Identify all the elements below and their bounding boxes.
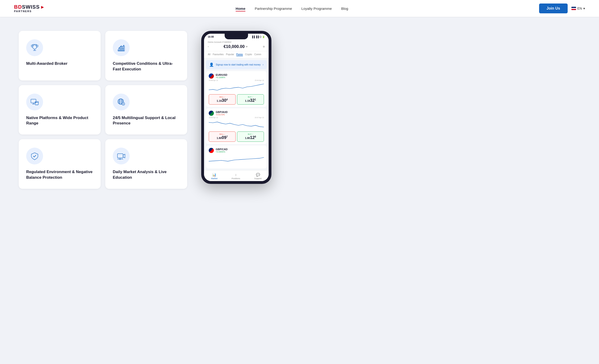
logo: BD SWISS ► PARTNERS (14, 4, 45, 13)
chevron-down-icon: ▾ (583, 7, 585, 10)
video-icon (117, 152, 125, 160)
card-multi-awarded: Multi-Awarded Broker (19, 31, 101, 80)
tab-crypto[interactable]: Crypto (245, 53, 252, 56)
svg-rect-11 (35, 102, 38, 105)
card-regulated: Regulated Environment & Negative Balance… (19, 139, 101, 189)
gbpcad-change: +0.0655% (216, 151, 228, 153)
flag-icon (571, 7, 576, 10)
account-label: Demo Account #7480502 (208, 41, 265, 43)
card-title-multi-awarded: Multi-Awarded Broker (26, 61, 93, 66)
eurusd-name: EUR/USD (216, 73, 228, 76)
nav-blog[interactable]: Blog (341, 7, 348, 10)
trophy-icon-circle (26, 39, 43, 56)
tab-forex[interactable]: Forex (236, 53, 243, 56)
bottom-nav-support[interactable]: 💬 Support (254, 173, 262, 180)
bottom-nav-market-label: Market (211, 177, 218, 180)
phone-mockup: 16:08 ▐▐ ▐▐ ⬡ 🔋 Demo Account #7480502 ≡ … (201, 31, 271, 184)
shield-icon (30, 152, 39, 160)
gbpaud-buy-label: BUY ↑ (239, 133, 262, 135)
shield-icon-circle (26, 147, 43, 165)
globe-icon-circle (113, 94, 130, 110)
gbpcad-chart (209, 155, 264, 164)
phone-banner: 👤 Signup now to start trading with real … (206, 60, 267, 69)
banner-text: Signup now to start trading with real mo… (216, 63, 261, 66)
tab-comm[interactable]: Comm (254, 53, 261, 56)
svg-rect-22 (117, 154, 123, 158)
header: BD SWISS ► PARTNERS Home Partnership Pro… (0, 0, 599, 17)
eurusd-date-to: 15:44 Apr 13 (255, 79, 264, 81)
gbpaud-buy-price: 1.80128 (239, 135, 262, 140)
card-title-competitive: Competitive Conditions & Ultra-Fast Exec… (113, 61, 180, 72)
gbpaud-buy-button[interactable]: BUY ↑ 1.80128 (237, 131, 264, 142)
globe-icon (117, 98, 125, 106)
nav-partnership[interactable]: Partnership Programme (255, 7, 292, 10)
eurusd-buy-price: 1.19321 (239, 98, 262, 103)
phone-notch (225, 34, 248, 39)
pair-eurusd: EUR/USD +0.1696% 10:08 Apr 12 15:44 Apr … (206, 71, 267, 107)
market-icon: 📊 (212, 173, 216, 177)
nav-home[interactable]: Home (236, 7, 246, 10)
svg-rect-5 (122, 48, 123, 51)
eurusd-date-from: 10:08 Apr 12 (209, 79, 218, 81)
gbpaud-name: GBP/AUD (216, 111, 228, 113)
phone-screen: 16:08 ▐▐ ▐▐ ⬡ 🔋 Demo Account #7480502 ≡ … (204, 34, 269, 181)
card-competitive: Competitive Conditions & Ultra-Fast Exec… (105, 31, 187, 80)
trophy-icon (30, 43, 39, 52)
bottom-nav-support-label: Support (254, 177, 262, 180)
language-selector[interactable]: EN ▾ (571, 7, 585, 10)
chart-icon (117, 43, 125, 52)
join-button[interactable]: Join Us (539, 3, 568, 13)
gbpaud-date-from: 10:05 Apr 12 (209, 117, 218, 118)
phone-section: 16:08 ▐▐ ▐▐ ⬡ 🔋 Demo Account #7480502 ≡ … (201, 31, 271, 184)
monitor-icon (30, 98, 39, 106)
logo-partners: PARTNERS (14, 10, 45, 13)
bottom-nav-positions[interactable]: ↕ Positions (232, 173, 240, 180)
gbpaud-sell-label: SELL ↓ (210, 133, 234, 135)
nav-loyalty[interactable]: Loyalty Programme (301, 7, 332, 10)
svg-rect-3 (119, 48, 120, 51)
logo-arrow-icon: ► (40, 5, 45, 9)
support-icon: 💬 (256, 173, 260, 177)
gbpcad-name: GBP/CAD (216, 148, 228, 151)
eurusd-buy-label: BUY ↑ (239, 96, 262, 98)
card-title-regulated: Regulated Environment & Negative Balance… (26, 169, 93, 180)
card-platforms: Native Platforms & Wide Product Range (19, 85, 101, 135)
gbpaud-date-to: 15:37 Apr 13 (255, 117, 264, 118)
bottom-nav-positions-label: Positions (232, 177, 240, 180)
bottom-nav-market[interactable]: 📊 Market (211, 173, 218, 180)
gbpaud-flag (209, 111, 214, 116)
positions-icon: ↕ (235, 173, 237, 177)
card-title-platforms: Native Platforms & Wide Product Range (26, 115, 93, 126)
phone-tabs: All Favourites Popular Forex Crypto Comm (204, 51, 269, 58)
monitor-icon-circle (26, 94, 43, 110)
eurusd-buy-button[interactable]: BUY ↑ 1.19321 (237, 94, 264, 104)
eurusd-sell-label: SELL ↓ (210, 96, 234, 98)
gbpaud-sell-button[interactable]: SELL ↓ 1.80097 (209, 131, 236, 142)
svg-point-23 (120, 159, 121, 160)
tab-favourites[interactable]: Favourites (213, 53, 224, 56)
gbpaud-change: -0.0172% (216, 113, 228, 116)
svg-rect-4 (121, 47, 122, 51)
main-content: Multi-Awarded Broker Competitive Conditi… (0, 17, 599, 364)
main-nav: Home Partnership Programme Loyalty Progr… (236, 7, 348, 10)
phone-bottom-nav: 📊 Market ↕ Positions 💬 Support (204, 170, 269, 181)
gbpcad-flag (209, 148, 214, 153)
eurusd-chart (209, 83, 264, 92)
video-icon-circle (113, 147, 130, 165)
card-title-education: Daily Market Analysis & Live Education (113, 169, 180, 180)
card-support: 24/5 Multilingual Support & Local Presen… (105, 85, 187, 135)
banner-arrow-icon: › (263, 63, 264, 66)
eurusd-sell-price: 1.19304 (210, 98, 234, 103)
features-grid: Multi-Awarded Broker Competitive Conditi… (19, 31, 187, 189)
eurusd-change: +0.1696% (216, 76, 228, 78)
eurusd-sell-button[interactable]: SELL ↓ 1.19304 (209, 94, 236, 104)
balance-dropdown-icon: ▼ (246, 45, 248, 48)
tab-popular[interactable]: Popular (226, 53, 234, 56)
chart-icon-circle (113, 39, 130, 56)
lang-label: EN (577, 7, 582, 10)
phone-signal-icons: ▐▐ ▐▐ ⬡ 🔋 (251, 35, 265, 38)
tab-all[interactable]: All (208, 53, 210, 56)
svg-rect-2 (118, 50, 119, 51)
pair-gbpaud: GBP/AUD -0.0172% 10:05 Apr 12 15:37 Apr … (206, 108, 267, 144)
phone-account-header: Demo Account #7480502 ≡ €10,000.00 ▼ ⚙ (204, 39, 269, 51)
